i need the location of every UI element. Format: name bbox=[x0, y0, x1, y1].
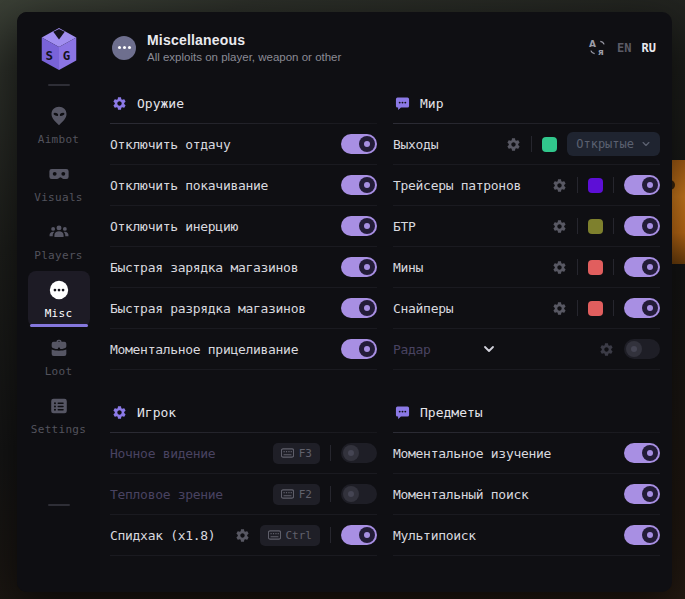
chevron-down-icon[interactable] bbox=[482, 342, 496, 356]
toggle[interactable] bbox=[624, 216, 660, 236]
section-header: Предметы bbox=[393, 386, 660, 432]
color-swatch[interactable] bbox=[588, 219, 603, 234]
toggle[interactable] bbox=[341, 134, 377, 154]
feature-label: Моментальное изучение bbox=[393, 446, 551, 461]
feature-label: Радар bbox=[393, 342, 431, 357]
lang-button-ru[interactable]: RU bbox=[642, 41, 656, 55]
sidebar-item-players[interactable]: Players bbox=[28, 213, 90, 269]
toggle[interactable] bbox=[341, 298, 377, 318]
column-left: ОружиеОтключить отдачуОтключить покачива… bbox=[110, 77, 377, 572]
alien-icon bbox=[48, 105, 70, 127]
feature-row: Моментальное изучение bbox=[393, 433, 660, 474]
gear-icon[interactable] bbox=[599, 342, 614, 357]
color-swatch[interactable] bbox=[588, 178, 603, 193]
sidebar: S G AimbotVisualsPlayersMiscLootSettings bbox=[17, 12, 100, 592]
briefcase-icon bbox=[48, 337, 70, 359]
vr-goggles-icon bbox=[48, 163, 70, 185]
gear-icon[interactable] bbox=[552, 219, 567, 234]
control-divider bbox=[577, 300, 578, 316]
color-swatch[interactable] bbox=[542, 137, 557, 152]
lang-button-en[interactable]: EN bbox=[617, 41, 631, 55]
sidebar-item-label: Visuals bbox=[34, 191, 82, 204]
toggle[interactable] bbox=[624, 175, 660, 195]
toggle[interactable] bbox=[341, 175, 377, 195]
feature-row: Мультипоиск bbox=[393, 515, 660, 556]
gear-icon[interactable] bbox=[506, 137, 521, 152]
control-divider bbox=[531, 136, 532, 152]
toggle[interactable] bbox=[624, 298, 660, 318]
feature-row: Отключить инерцию bbox=[110, 206, 377, 247]
cheat-window: S G AimbotVisualsPlayersMiscLootSettings… bbox=[17, 12, 672, 592]
control-divider bbox=[577, 177, 578, 193]
row-controls bbox=[552, 257, 660, 277]
feature-row: Моментальный поиск bbox=[393, 474, 660, 515]
gear-icon bbox=[112, 96, 127, 111]
feature-label: Моментальное прицеливание bbox=[110, 342, 298, 357]
feature-label: Спидхак (x1.8) bbox=[110, 528, 215, 543]
gear-icon[interactable] bbox=[552, 178, 567, 193]
language-switcher: A я EN RU bbox=[588, 38, 656, 57]
sidebar-item-settings[interactable]: Settings bbox=[28, 387, 90, 443]
sidebar-item-visuals[interactable]: Visuals bbox=[28, 155, 90, 211]
row-controls bbox=[341, 134, 377, 154]
app-logo-icon: S G bbox=[37, 26, 81, 72]
feature-label: Мультипоиск bbox=[393, 528, 476, 543]
toggle[interactable] bbox=[624, 257, 660, 277]
feature-row: Моментальное прицеливание bbox=[110, 329, 377, 370]
feature-label: Отключить отдачу bbox=[110, 137, 230, 152]
row-controls bbox=[341, 298, 377, 318]
page-title: Miscellaneous bbox=[147, 32, 341, 48]
row-controls bbox=[624, 484, 660, 504]
row-controls bbox=[341, 216, 377, 236]
section: МирВыходыОткрытыеТрейсеры патроновБТРМин… bbox=[393, 77, 660, 370]
toggle[interactable] bbox=[341, 257, 377, 277]
toggle[interactable] bbox=[624, 484, 660, 504]
toggle[interactable] bbox=[624, 339, 660, 359]
color-swatch[interactable] bbox=[588, 301, 603, 316]
feature-label: Отключить покачивание bbox=[110, 178, 268, 193]
feature-row: Быстрая зарядка магазинов bbox=[110, 247, 377, 288]
svg-text:A: A bbox=[589, 39, 596, 49]
feature-label: Быстрая разрядка магазинов bbox=[110, 301, 306, 316]
gear-icon[interactable] bbox=[552, 301, 567, 316]
feature-label: Тепловое зрение bbox=[110, 487, 223, 502]
feature-row: БТР bbox=[393, 206, 660, 247]
hotkey-badge[interactable]: F3 bbox=[273, 443, 320, 464]
row-controls: Открытые bbox=[506, 132, 660, 156]
sidebar-divider bbox=[48, 84, 70, 86]
hotkey-badge[interactable]: F2 bbox=[273, 484, 320, 505]
gear-icon[interactable] bbox=[552, 260, 567, 275]
hotkey-badge[interactable]: Ctrl bbox=[260, 525, 321, 546]
feature-label: Трейсеры патронов bbox=[393, 178, 521, 193]
toggle[interactable] bbox=[341, 484, 377, 504]
toggle[interactable] bbox=[341, 339, 377, 359]
dropdown[interactable]: Открытые bbox=[567, 132, 660, 156]
control-divider bbox=[613, 218, 614, 234]
toggle[interactable] bbox=[624, 443, 660, 463]
section: ОружиеОтключить отдачуОтключить покачива… bbox=[110, 77, 377, 370]
control-divider bbox=[330, 527, 331, 543]
toggle[interactable] bbox=[624, 525, 660, 545]
toggle[interactable] bbox=[341, 216, 377, 236]
toggle-knob bbox=[359, 527, 375, 543]
section-title: Мир bbox=[420, 96, 443, 111]
row-controls bbox=[599, 339, 660, 359]
hotkey-label: Ctrl bbox=[286, 529, 313, 542]
section: ПредметыМоментальное изучениеМоментальны… bbox=[393, 386, 660, 556]
toggle[interactable] bbox=[341, 443, 377, 463]
toggle-knob bbox=[642, 218, 658, 234]
ellipsis-circle-icon bbox=[48, 279, 70, 301]
players-icon bbox=[48, 221, 70, 243]
sidebar-item-misc[interactable]: Misc bbox=[28, 271, 90, 327]
main-area: Miscellaneous All exploits on player, we… bbox=[100, 12, 672, 592]
feature-row: Трейсеры патронов bbox=[393, 165, 660, 206]
sidebar-item-loot[interactable]: Loot bbox=[28, 329, 90, 385]
gear-icon[interactable] bbox=[235, 528, 250, 543]
toggle[interactable] bbox=[341, 525, 377, 545]
hotkey-label: F2 bbox=[299, 488, 312, 501]
sidebar-item-aimbot[interactable]: Aimbot bbox=[28, 97, 90, 153]
message-dots-icon bbox=[395, 405, 410, 420]
toggle-knob bbox=[642, 300, 658, 316]
feature-row: ВыходыОткрытые bbox=[393, 124, 660, 165]
color-swatch[interactable] bbox=[588, 260, 603, 275]
